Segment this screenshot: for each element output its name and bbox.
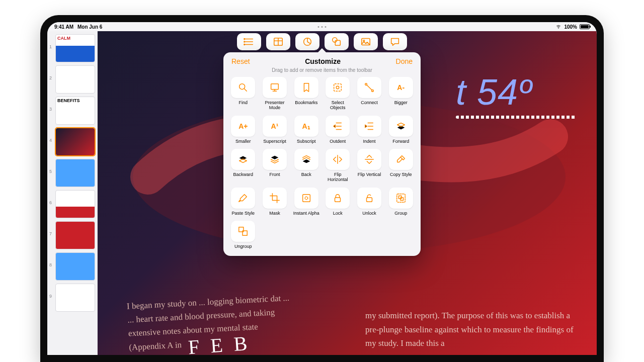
screen: 9:41 AM Mon Jun 6 100% t 54º I began my … (47, 22, 597, 355)
ipad-frame: 9:41 AM Mon Jun 6 100% t 54º I began my … (40, 15, 604, 362)
back-icon (294, 149, 318, 170)
slide-thumb-3[interactable]: 3BENEFITS (49, 97, 95, 125)
forward-icon (389, 116, 413, 137)
toolbar-item-ungroup[interactable]: Ungroup (229, 221, 257, 249)
toolbar-item-smaller[interactable]: A+Smaller (229, 116, 257, 144)
status-battery-pct: 100% (564, 24, 577, 30)
toolbar-table-button[interactable] (266, 33, 290, 50)
toolbar-item-label: Find (239, 100, 248, 105)
slide-thumb-8[interactable]: 8 (49, 252, 95, 281)
toolbar-item-find[interactable]: Find (229, 77, 257, 111)
bookmarks-icon (294, 77, 318, 98)
slide-title: t 54º (456, 71, 577, 119)
status-bar: 9:41 AM Mon Jun 6 100% (47, 22, 597, 31)
group-icon (389, 188, 413, 209)
reset-button[interactable]: Reset (231, 57, 250, 65)
toolbar-comment-button[interactable] (383, 33, 407, 50)
toolbar-item-presenter-mode[interactable]: Presenter Mode (261, 77, 289, 111)
toolbar-item-group[interactable]: Group (387, 188, 415, 216)
toolbar-item-back[interactable]: Back (292, 149, 320, 183)
toolbar-item-connect[interactable]: Connect (356, 77, 383, 111)
backward-icon (231, 149, 255, 170)
flip-vertical-icon (357, 149, 381, 170)
slide-body-text-right: my submitted report). The purpose of thi… (365, 309, 582, 350)
toolbar-item-label: Front (269, 172, 280, 177)
toolbar-item-copy-style[interactable]: Copy Style (387, 149, 415, 183)
toolbar-chart-button[interactable] (295, 33, 319, 50)
toolbar-item-label: Smaller (235, 139, 251, 144)
toolbar-item-label: Copy Style (390, 172, 412, 177)
slide-thumb-7[interactable]: 7 (49, 221, 95, 249)
toolbar-item-superscript[interactable]: A¹Superscript (261, 116, 289, 144)
toolbar-item-instant-alpha[interactable]: Instant Alpha (292, 188, 320, 216)
slide-thumb-1[interactable]: 1CALM (49, 34, 95, 62)
front-icon (263, 149, 287, 170)
toolbar-item-label: Presenter Mode (261, 100, 289, 111)
paste-style-icon (231, 188, 255, 209)
toolbar-item-select-objects[interactable]: Select Objects (324, 77, 352, 111)
done-button[interactable]: Done (396, 57, 413, 65)
status-date: Mon Jun 6 (77, 24, 102, 30)
ungroup-icon (231, 221, 255, 242)
multitask-dots[interactable] (318, 26, 327, 28)
toolbar-item-label: Backward (233, 172, 254, 177)
slide-thumb-4[interactable]: 4 (49, 128, 95, 156)
toolbar-item-forward[interactable]: Forward (387, 116, 415, 144)
toolbar-item-paste-style[interactable]: Paste Style (229, 188, 257, 216)
outdent-icon (326, 116, 350, 137)
slide-thumb-2[interactable]: 2 (49, 65, 95, 94)
toolbar-item-unlock[interactable]: Unlock (356, 188, 383, 216)
slide-thumb-6[interactable]: 6 (49, 190, 95, 218)
toolbar-item-flip-horizontal[interactable]: Flip Horizontal (324, 149, 352, 183)
toolbar-item-label: Connect (361, 100, 378, 105)
toolbar-item-subscript[interactable]: A₁Subscript (292, 116, 320, 144)
toolbar-item-front[interactable]: Front (261, 149, 289, 183)
instant-alpha-icon (294, 188, 318, 209)
indent-icon (357, 116, 381, 137)
toolbar (237, 33, 407, 50)
popover-title: Customize (305, 57, 341, 65)
subscript-icon: A₁ (294, 116, 318, 137)
toolbar-item-bookmarks[interactable]: Bookmarks (292, 77, 320, 111)
toolbar-item-outdent[interactable]: Outdent (324, 116, 352, 144)
toolbar-list-button[interactable] (237, 33, 261, 50)
toolbar-item-label: Bigger (394, 100, 408, 105)
slide-thumb-5[interactable]: 5 (49, 159, 95, 187)
toolbar-item-label: Outdent (330, 139, 346, 144)
slide-handwriting: F E B (188, 331, 251, 355)
toolbar-item-indent[interactable]: Indent (356, 116, 383, 144)
toolbar-item-bigger[interactable]: A-Bigger (387, 77, 415, 111)
toolbar-item-label: Superscript (263, 139, 286, 144)
bigger-icon: A- (389, 77, 413, 98)
toolbar-media-button[interactable] (354, 33, 378, 50)
popover-subtitle: Drag to add or remove items from the too… (229, 67, 415, 73)
battery-icon (580, 24, 590, 29)
connect-icon (357, 77, 381, 98)
toolbar-shapes-button[interactable] (325, 33, 349, 50)
flip-horizontal-icon (326, 149, 350, 170)
toolbar-item-label: Group (394, 211, 407, 216)
customize-popover: Reset Customize Done Drag to add or remo… (223, 52, 421, 256)
toolbar-item-label: Flip Vertical (358, 172, 381, 177)
toolbar-items-grid: FindPresenter ModeBookmarksSelect Object… (229, 77, 415, 249)
toolbar-item-label: Subscript (297, 139, 316, 144)
toolbar-item-label: Paste Style (232, 211, 255, 216)
toolbar-item-label: Instant Alpha (293, 211, 319, 216)
unlock-icon (357, 188, 381, 209)
toolbar-item-label: Ungroup (234, 244, 252, 249)
lock-icon (326, 188, 350, 209)
toolbar-item-backward[interactable]: Backward (229, 149, 257, 183)
toolbar-item-label: Bookmarks (295, 100, 317, 105)
toolbar-item-label: Flip Horizontal (324, 172, 352, 183)
slide-navigator[interactable]: 1CALM23BENEFITS456789 (47, 31, 98, 355)
toolbar-item-mask[interactable]: Mask (261, 188, 289, 216)
toolbar-item-label: Lock (333, 211, 343, 216)
toolbar-item-lock[interactable]: Lock (324, 188, 352, 216)
toolbar-item-label: Indent (363, 139, 375, 144)
status-time: 9:41 AM (54, 24, 73, 30)
slide-thumb-9[interactable]: 9 (49, 284, 95, 312)
find-icon (231, 77, 255, 98)
toolbar-item-label: Unlock (362, 211, 376, 216)
mask-icon (263, 188, 287, 209)
toolbar-item-flip-vertical[interactable]: Flip Vertical (356, 149, 383, 183)
